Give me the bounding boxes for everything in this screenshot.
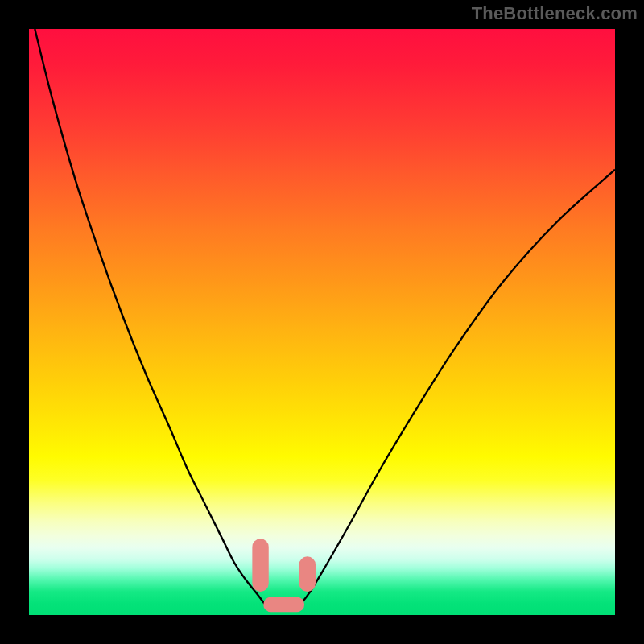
plot-area — [29, 29, 615, 615]
trough-marker-band — [263, 597, 304, 612]
right-marker-lozenge — [299, 556, 316, 592]
chart-svg — [29, 29, 615, 615]
left-marker-lozenge — [252, 539, 268, 592]
right-curve-line — [299, 170, 615, 606]
watermark: TheBottleneck.com — [472, 3, 638, 24]
chart-frame: TheBottleneck.com — [0, 0, 644, 644]
left-curve-line — [35, 29, 266, 606]
